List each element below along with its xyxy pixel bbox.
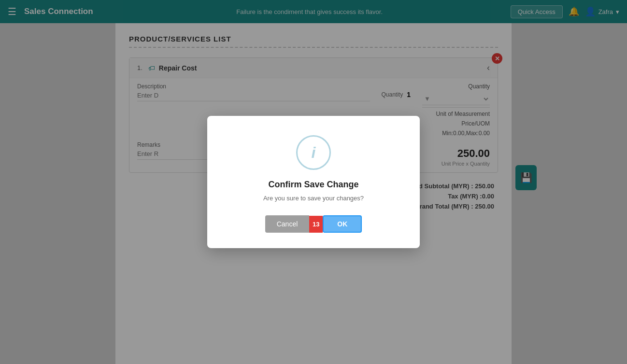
modal-overlay: i Confirm Save Change Are you sure to sa… bbox=[0, 0, 627, 364]
modal-buttons: Cancel 13 OK bbox=[230, 215, 397, 233]
modal-info-icon: i bbox=[296, 135, 331, 170]
modal-cancel-button[interactable]: Cancel bbox=[265, 215, 310, 233]
modal-title: Confirm Save Change bbox=[230, 180, 397, 190]
modal-ok-button[interactable]: OK bbox=[323, 215, 362, 233]
confirm-modal: i Confirm Save Change Are you sure to sa… bbox=[207, 116, 420, 248]
modal-badge-number: 13 bbox=[309, 216, 323, 233]
modal-message: Are you sure to save your changes? bbox=[230, 195, 397, 202]
